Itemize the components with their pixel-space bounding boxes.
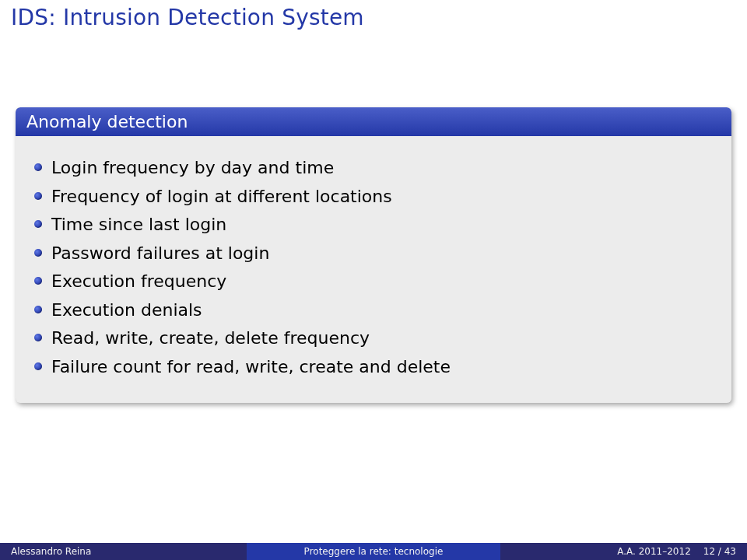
footer-page-label: 12 / 43 (703, 546, 736, 557)
footer-author: Alessandro Reina (0, 543, 247, 560)
list-item-label: Execution denials (51, 300, 202, 320)
footer-right: A.A. 2011–2012 12 / 43 (500, 543, 747, 560)
bullet-icon (34, 192, 42, 200)
footer-author-label: Alessandro Reina (11, 546, 91, 557)
bullet-icon (34, 249, 42, 257)
list-item-label: Login frequency by day and time (51, 158, 334, 177)
list-item: Read, write, create, delete frequency (31, 327, 716, 349)
list-item: Frequency of login at different location… (31, 186, 716, 208)
bullet-icon (34, 277, 42, 285)
list-item: Password failures at login (31, 243, 716, 264)
footer-term-label: A.A. 2011–2012 (617, 546, 691, 557)
list-item: Time since last login (31, 214, 716, 236)
list-item: Execution denials (31, 299, 716, 321)
footer-bar: Alessandro Reina Proteggere la rete: tec… (0, 543, 747, 560)
footer-title: Proteggere la rete: tecnologie (247, 543, 500, 560)
box-header: Anomaly detection (16, 107, 731, 136)
list-item-label: Password failures at login (51, 243, 269, 263)
list-item-label: Read, write, create, delete frequency (51, 328, 370, 348)
slide-title: IDS: Intrusion Detection System (11, 5, 364, 30)
list-item-label: Frequency of login at different location… (51, 187, 392, 206)
bullet-icon (34, 362, 42, 370)
list-item: Execution frequency (31, 271, 716, 292)
slide: IDS: Intrusion Detection System Anomaly … (0, 0, 747, 560)
box-body: Login frequency by day and time Frequenc… (16, 136, 731, 403)
bullet-list: Login frequency by day and time Frequenc… (31, 157, 716, 377)
bullet-icon (34, 334, 42, 341)
list-item-label: Time since last login (51, 215, 226, 234)
list-item-label: Execution frequency (51, 271, 226, 291)
bullet-icon (34, 220, 42, 228)
bullet-icon (34, 163, 42, 171)
footer-title-label: Proteggere la rete: tecnologie (304, 546, 444, 557)
list-item: Login frequency by day and time (31, 157, 716, 179)
content-box: Anomaly detection Login frequency by day… (16, 107, 731, 403)
bullet-icon (34, 306, 42, 313)
list-item: Failure count for read, write, create an… (31, 356, 716, 378)
list-item-label: Failure count for read, write, create an… (51, 357, 451, 376)
